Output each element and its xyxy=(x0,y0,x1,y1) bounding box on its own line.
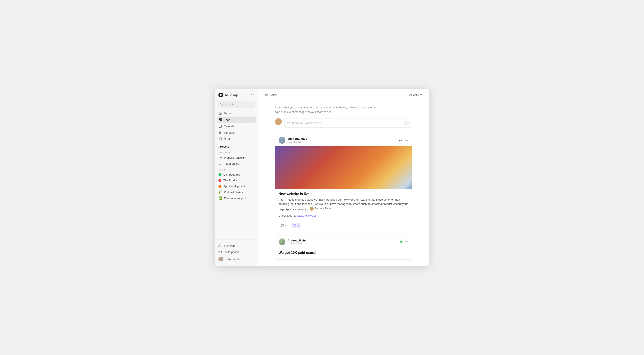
comment-count: 4 xyxy=(285,224,286,227)
sidebar-item-team-outing[interactable]: 🚲 Team outing xyxy=(217,161,256,167)
comment-button[interactable]: 4 xyxy=(278,223,289,228)
mention-name: Andrew Fisher xyxy=(314,206,332,211)
sidebar-header: hello ivy xyxy=(215,89,258,100)
post-date: • 19 jul 2025 xyxy=(288,140,307,143)
logo-icon xyxy=(218,93,223,97)
sidebar-item-podcast-series[interactable]: 🌿 Podcast Series xyxy=(217,189,256,195)
app-development-dot xyxy=(218,185,222,188)
sidebar-item-company-hq[interactable]: Company HQ xyxy=(217,172,256,177)
sidebar-item-feed[interactable]: Feed xyxy=(217,117,256,123)
sidebar-item-the-product[interactable]: The Product xyxy=(217,177,256,183)
post-body-2: We got 10K paid users! xyxy=(275,248,412,259)
customer-support-icon: ✅ xyxy=(218,196,222,200)
post-wave-icon: 〰️ xyxy=(398,138,402,142)
sidebar-item-calendar[interactable]: Calendar xyxy=(217,123,256,129)
svg-rect-2 xyxy=(219,118,220,120)
timeline-icon xyxy=(218,131,222,134)
notification-bell-icon[interactable] xyxy=(251,93,254,97)
post-actions-2: ••• xyxy=(400,240,408,244)
logo-area: hello ivy xyxy=(218,93,238,97)
chat-label: Chat xyxy=(224,137,230,141)
author-name: Julia Bauhaus xyxy=(288,137,307,140)
post-actions: 〰️ ••• xyxy=(398,138,408,142)
online-status-dot xyxy=(400,241,402,243)
customer-support-label: Customer support xyxy=(224,197,246,200)
wave-project-icon: 〰️ xyxy=(218,156,222,159)
post-header: Julia Bauhaus • 19 jul 2025 〰️ ••• xyxy=(275,134,412,146)
post-text: After 7 months of hard work we finally l… xyxy=(278,198,408,212)
author-info: Julia Bauhaus • 19 jul 2025 xyxy=(288,137,307,143)
search-placeholder: Search xyxy=(225,103,234,106)
search-bar[interactable]: Search xyxy=(218,101,255,108)
post-link-url[interactable]: www.helloivy.co xyxy=(297,214,317,217)
all-activity-button[interactable]: All activity xyxy=(407,92,424,97)
today-icon xyxy=(218,112,222,115)
bike-project-icon: 🚲 xyxy=(218,162,222,165)
post-title-2: We got 10K paid users! xyxy=(278,251,408,255)
sidebar-item-customer-support[interactable]: ✅ Customer support xyxy=(217,195,256,201)
calendar-label: Calendar xyxy=(224,125,236,128)
svg-rect-7 xyxy=(219,132,222,132)
feed-intro-text: Share what you are working on, announcem… xyxy=(275,105,382,114)
sidebar-bottom: The team Invite people Julia Bauhaus xyxy=(215,240,258,263)
author-avatar xyxy=(278,137,286,144)
team-outing-label: Team outing xyxy=(224,162,239,165)
svg-rect-6 xyxy=(219,125,222,128)
compose-placeholder-text: What are you working on? xyxy=(287,121,321,124)
page-title: The Feed xyxy=(263,93,277,97)
post-header: Andrew Fisher • 18 jul 2025 ••• xyxy=(275,235,412,248)
invite-icon xyxy=(218,250,222,254)
compose-badge: R xyxy=(404,121,409,125)
website-redesign-label: Website redesign xyxy=(224,156,246,159)
svg-point-11 xyxy=(294,224,296,227)
projects-label: Projects xyxy=(215,142,258,149)
podcast-icon: 🌿 xyxy=(218,190,222,194)
post-card: Julia Bauhaus • 19 jul 2025 〰️ ••• New w… xyxy=(275,134,412,232)
sidebar-item-chat[interactable]: Chat xyxy=(217,136,256,142)
app-window: hello ivy Search Tod xyxy=(215,89,429,266)
team-icon xyxy=(218,244,222,247)
post-more-icon[interactable]: ••• xyxy=(404,138,408,142)
mention-avatar xyxy=(310,207,314,211)
app-development-label: App development xyxy=(223,185,245,188)
company-hq-dot xyxy=(218,173,222,176)
reaction-button[interactable]: 2 xyxy=(291,223,301,228)
sidebar-item-timeline[interactable]: Timeline xyxy=(217,129,256,136)
the-product-dot xyxy=(218,179,222,182)
compose-input[interactable]: What are you working on? R xyxy=(284,118,412,128)
post-image xyxy=(275,146,412,189)
user-avatar xyxy=(218,257,223,261)
post-author: Julia Bauhaus • 19 jul 2025 xyxy=(278,137,307,144)
search-icon xyxy=(220,103,223,106)
author-name-2: Andrew Fisher xyxy=(288,239,308,242)
post-title: New website is live! xyxy=(278,192,408,196)
svg-rect-5 xyxy=(220,120,222,121)
the-product-label: The Product xyxy=(223,179,238,182)
post-body: New website is live! After 7 months of h… xyxy=(275,189,412,223)
sidebar-item-the-team[interactable]: The team xyxy=(217,242,256,249)
sidebar-item-julia-bauhaus[interactable]: Julia Bauhaus xyxy=(217,255,256,263)
post-footer: 4 2 xyxy=(275,223,412,231)
post-date-2: • 18 jul 2025 xyxy=(288,242,308,245)
reaction-count: 2 xyxy=(298,224,299,227)
svg-rect-4 xyxy=(219,120,220,121)
sidebar: hello ivy Search Tod xyxy=(215,89,258,266)
feed-label: Feed xyxy=(224,118,230,121)
feed-intro: Share what you are working on, announcem… xyxy=(275,105,412,114)
post-author: Andrew Fisher • 18 jul 2025 xyxy=(278,238,308,245)
sidebar-item-app-development[interactable]: App development xyxy=(217,183,256,189)
company-hq-label: Company HQ xyxy=(223,173,240,176)
the-team-label: The team xyxy=(224,244,236,247)
post-link: Check it out at www.helloivy.co xyxy=(278,214,408,217)
app-name: hello ivy xyxy=(225,93,238,97)
julia-bauhaus-label: Julia Bauhaus xyxy=(225,258,242,261)
sidebar-item-website-redesign[interactable]: 〰️ Website redesign xyxy=(217,155,256,161)
main-content: The Feed All activity Share what you are… xyxy=(258,89,429,266)
top-bar: The Feed All activity xyxy=(258,89,429,101)
sidebar-item-today[interactable]: Today xyxy=(217,110,256,117)
timeline-label: Timeline xyxy=(224,131,235,134)
sidebar-item-invite-people[interactable]: Invite people xyxy=(217,249,256,255)
svg-rect-3 xyxy=(220,118,222,120)
post-more-icon-2[interactable]: ••• xyxy=(404,240,408,244)
chat-icon xyxy=(218,137,222,141)
